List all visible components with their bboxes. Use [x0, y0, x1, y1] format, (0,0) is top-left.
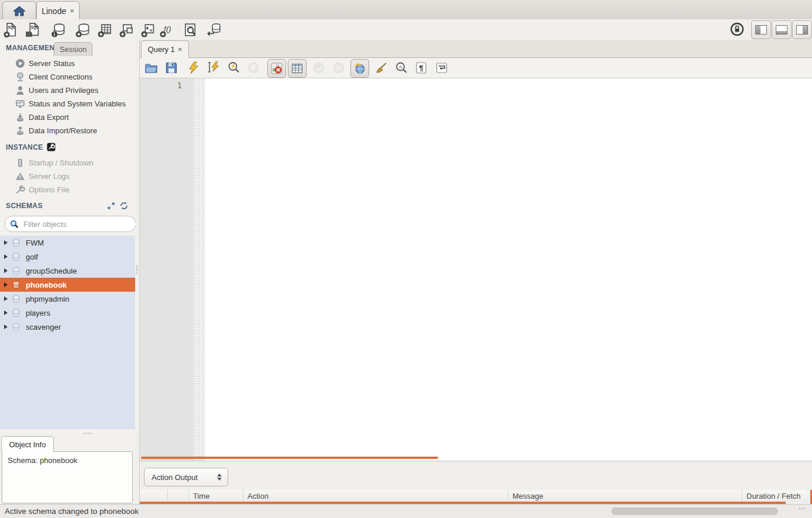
expand-schemas-icon[interactable] — [107, 202, 115, 210]
open-sql-script-icon[interactable]: SQL — [25, 22, 41, 38]
server-status-icon — [15, 58, 25, 68]
sidebar-item-data-export[interactable]: Data Export — [0, 110, 135, 124]
expander-icon[interactable] — [4, 254, 8, 259]
column-status[interactable] — [140, 490, 168, 502]
sync-database-icon[interactable] — [206, 22, 222, 38]
toggle-stop-on-error-button[interactable] — [267, 59, 286, 78]
explain-icon[interactable] — [227, 61, 241, 75]
filter-objects-input[interactable] — [22, 219, 130, 229]
schema-item-phonebook-selected[interactable]: phonebook — [0, 278, 135, 292]
sidebar-item-server-logs[interactable]: Server Logs — [0, 170, 135, 183]
limit-rows-button[interactable] — [288, 59, 307, 78]
sidebar-item-options-file[interactable]: Options File — [0, 183, 135, 196]
schema-icon — [12, 253, 20, 261]
status-message: Active schema changed to phonebook — [5, 507, 139, 516]
schema-icon — [12, 295, 20, 303]
new-schema-icon[interactable] — [74, 22, 91, 38]
schema-item-phpmyadmin[interactable]: phpmyadmin — [0, 292, 135, 306]
query-tab-row: Query 1 × — [140, 40, 812, 58]
right-sidebar-icon — [796, 25, 808, 34]
sidebar: MANAGEMENT Server Status Client Connecti… — [0, 40, 135, 504]
column-message[interactable]: Message — [508, 490, 742, 502]
svg-text:f(): f() — [164, 25, 171, 33]
word-wrap-icon[interactable] — [435, 61, 449, 75]
sidebar-item-status-system-variables[interactable]: Status and System Variables — [0, 97, 135, 110]
resize-grip[interactable] — [799, 508, 805, 509]
schema-inspector-icon[interactable]: i — [50, 22, 66, 38]
find-icon[interactable]: A — [394, 61, 408, 75]
instance-section-header: INSTANCE — [6, 143, 56, 151]
output-type-select[interactable]: Action Output — [144, 468, 228, 486]
lock-circle-icon[interactable] — [729, 21, 745, 37]
schema-filter[interactable] — [5, 216, 136, 232]
column-action[interactable]: Action — [243, 490, 508, 502]
expander-icon[interactable] — [4, 296, 8, 301]
schema-item-players[interactable]: players — [0, 306, 135, 320]
sidebar-item-users-privileges[interactable]: Users and Privileges — [0, 84, 135, 97]
svg-text:SQL: SQL — [8, 25, 15, 30]
refresh-schemas-icon[interactable] — [120, 202, 128, 210]
expander-icon[interactable] — [4, 268, 8, 273]
open-file-icon[interactable] — [144, 61, 159, 75]
editor-hscrollbar[interactable] — [141, 457, 438, 459]
save-icon[interactable] — [164, 61, 178, 75]
left-sidebar-icon — [755, 25, 767, 34]
new-sql-script-icon[interactable]: SQL — [2, 22, 19, 38]
sidebar-item-server-status[interactable]: Server Status — [0, 57, 135, 70]
execute-icon[interactable] — [187, 61, 201, 75]
sidebar-item-data-import[interactable]: Data Import/Restore — [0, 124, 135, 137]
data-import-icon — [15, 126, 25, 136]
tab-query-1[interactable]: Query 1 × — [141, 40, 189, 58]
new-procedure-icon[interactable] — [140, 22, 156, 38]
column-time[interactable]: Time — [189, 490, 243, 502]
expander-icon[interactable] — [4, 324, 8, 329]
execute-current-icon[interactable] — [207, 61, 221, 75]
schemas-title: SCHEMAS — [6, 202, 43, 210]
column-index[interactable] — [168, 490, 189, 502]
status-bar: Active schema changed to phonebook — [0, 504, 812, 518]
home-icon — [13, 6, 26, 16]
search-objects-icon[interactable] — [182, 22, 198, 38]
object-info-text: Schema: phonebook — [8, 456, 132, 465]
close-icon[interactable]: × — [70, 7, 74, 15]
expander-icon[interactable] — [4, 310, 8, 315]
vertical-splitter[interactable] — [135, 40, 139, 504]
instance-wrench-badge-icon — [47, 143, 56, 151]
svg-text:A: A — [399, 64, 402, 70]
new-table-icon[interactable] — [97, 22, 113, 38]
schema-item-groupschedule[interactable]: groupSchedule — [0, 264, 135, 278]
home-tab[interactable] — [2, 1, 36, 20]
expander-icon[interactable] — [4, 240, 8, 245]
stop-icon — [246, 61, 260, 75]
new-function-icon[interactable]: f() — [159, 22, 175, 38]
close-icon[interactable]: × — [178, 46, 183, 53]
connection-tab[interactable]: Linode × — [36, 1, 80, 20]
expander-icon[interactable] — [4, 282, 8, 287]
toggle-right-sidebar-button[interactable] — [792, 20, 812, 39]
toggle-bottom-panel-button[interactable] — [772, 20, 792, 39]
column-duration[interactable]: Duration / Fetch — [742, 490, 812, 502]
commit-icon — [312, 61, 326, 75]
beautify-icon[interactable] — [374, 61, 388, 75]
schema-item-golf[interactable]: golf — [0, 250, 135, 264]
new-view-icon[interactable] — [118, 22, 135, 38]
show-invisibles-icon[interactable]: ¶ — [414, 61, 428, 75]
auto-commit-button[interactable] — [350, 59, 369, 78]
window-tab-bar: Linode × — [0, 0, 812, 20]
tab-session[interactable]: Session — [54, 42, 92, 56]
schema-item-scavenger[interactable]: scavenger — [0, 320, 135, 334]
sidebar-splitter-grip[interactable] — [84, 433, 92, 434]
sql-editor[interactable]: 1 — [140, 78, 812, 461]
sidebar-item-client-connections[interactable]: Client Connections — [0, 70, 135, 84]
system-variables-icon — [15, 99, 25, 109]
output-hscrollbar[interactable] — [611, 507, 778, 515]
options-file-icon — [15, 185, 25, 195]
editor-marker-column — [194, 78, 205, 461]
schema-item-fwm[interactable]: FWM — [0, 236, 135, 250]
tab-object-info[interactable]: Object Info — [1, 436, 54, 452]
schema-icon — [12, 309, 20, 317]
toggle-left-sidebar-button[interactable] — [751, 20, 771, 39]
main-area: Query 1 × — [139, 40, 812, 504]
sidebar-item-startup-shutdown[interactable]: Startup / Shutdown — [0, 156, 135, 170]
management-title: MANAGEMENT — [6, 44, 59, 52]
